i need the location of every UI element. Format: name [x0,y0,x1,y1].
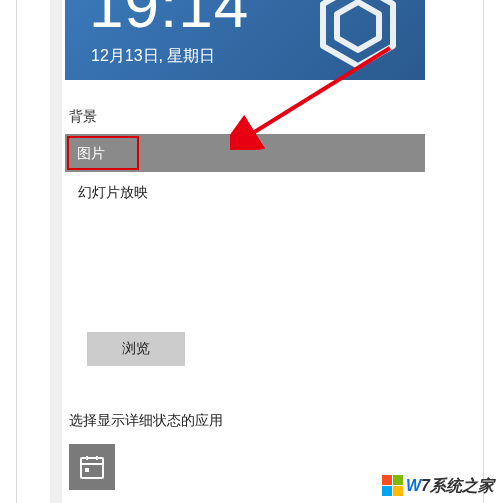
scrollbar[interactable] [50,0,62,503]
svg-marker-0 [323,0,393,66]
background-dropdown[interactable]: 图片 幻灯片放映 [65,134,425,210]
option-label: 幻灯片放映 [78,184,148,200]
svg-marker-1 [337,2,379,50]
detailed-status-app-button[interactable] [69,444,115,490]
preview-time: 19:14 [89,0,249,41]
option-label: 图片 [77,145,105,161]
watermark-text: W7系统之家 [406,476,494,497]
background-label: 背景 [69,108,425,126]
preview-date: 12月13日, 星期日 [91,46,215,67]
browse-button[interactable]: 浏览 [87,332,185,366]
svg-rect-2 [81,458,103,478]
windows-logo-icon [382,475,404,497]
hex-icon [313,0,403,70]
watermark: W7系统之家 [382,475,494,497]
svg-rect-6 [85,468,89,472]
settings-panel-frame: 19:14 12月13日, 星期日 背景 图片 幻灯片放映 浏览 选择显示详细状… [16,0,484,503]
detailed-status-label: 选择显示详细状态的应用 [69,412,425,430]
calendar-icon [79,454,105,480]
lockscreen-preview: 19:14 12月13日, 星期日 [65,0,425,80]
dropdown-option-slideshow[interactable]: 幻灯片放映 [65,172,425,210]
dropdown-option-picture[interactable]: 图片 [65,134,425,172]
